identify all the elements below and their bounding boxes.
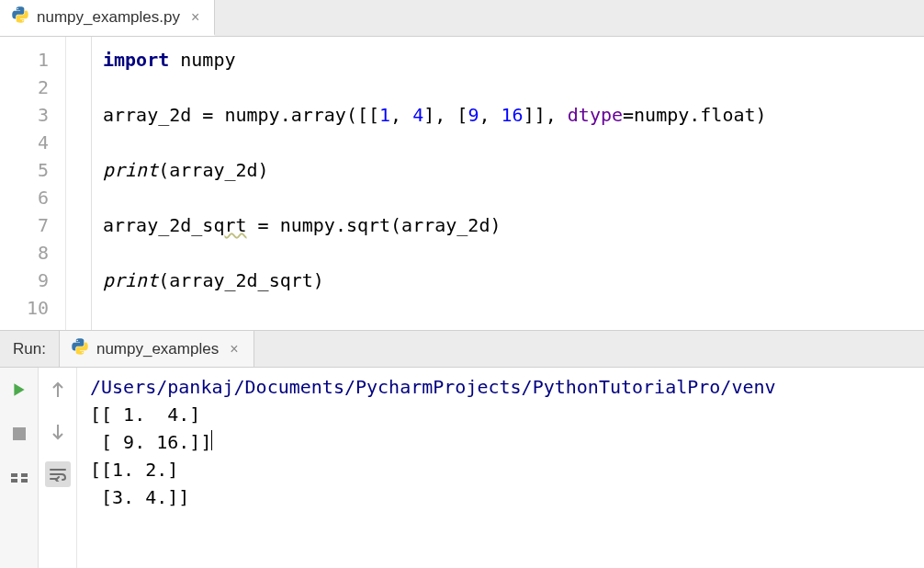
svg-point-3 — [82, 352, 84, 354]
close-run-tab-icon[interactable]: × — [226, 341, 242, 358]
line-number: 1 — [0, 46, 49, 74]
svg-rect-4 — [13, 427, 26, 440]
line-number: 7 — [0, 211, 49, 239]
output-line: [ 9. 16.]] — [90, 431, 211, 453]
code-content[interactable]: import numpy array_2d = numpy.array([[1,… — [92, 37, 924, 330]
output-line: [[ 1. 4.] — [90, 403, 200, 426]
tab-filename: numpy_examples.py — [37, 8, 180, 27]
svg-rect-8 — [21, 479, 28, 483]
layout-button[interactable] — [6, 465, 32, 491]
python-file-icon — [11, 6, 29, 28]
editor-divider — [66, 37, 92, 330]
svg-point-0 — [17, 8, 18, 10]
line-number-gutter: 1 2 3 4 5 6 7 8 9 10 — [0, 37, 66, 330]
soft-wrap-button[interactable] — [45, 461, 71, 487]
output-line: [[1. 2.] — [90, 459, 178, 481]
svg-rect-7 — [21, 473, 28, 477]
close-tab-icon[interactable]: × — [187, 9, 203, 26]
console-nav-toolbar — [39, 368, 77, 568]
down-arrow-icon[interactable] — [45, 419, 71, 445]
run-config-tab[interactable]: numpy_examples × — [59, 331, 254, 367]
editor-tab[interactable]: numpy_examples.py × — [0, 0, 215, 36]
output-line: [3. 4.]] — [90, 486, 189, 508]
python-icon — [71, 337, 89, 360]
line-number: 9 — [0, 267, 49, 294]
rerun-button[interactable] — [6, 377, 32, 403]
line-number: 5 — [0, 156, 49, 184]
run-config-name: numpy_examples — [96, 340, 219, 358]
line-number: 2 — [0, 74, 49, 101]
console-output[interactable]: /Users/pankaj/Documents/PycharmProjects/… — [77, 368, 924, 568]
code-editor: 1 2 3 4 5 6 7 8 9 10 import numpy array_… — [0, 37, 924, 331]
interpreter-path: /Users/pankaj/Documents/PycharmProjects/… — [90, 376, 776, 398]
line-number: 4 — [0, 129, 49, 156]
line-number: 10 — [0, 294, 49, 322]
line-number: 3 — [0, 101, 49, 129]
cursor-icon — [211, 430, 212, 450]
line-number: 8 — [0, 239, 49, 267]
run-toolbar — [0, 368, 39, 568]
svg-rect-6 — [11, 479, 17, 483]
line-number: 6 — [0, 184, 49, 211]
svg-point-1 — [22, 20, 24, 22]
editor-tab-bar: numpy_examples.py × — [0, 0, 924, 37]
stop-button[interactable] — [6, 421, 32, 447]
run-panel: /Users/pankaj/Documents/PycharmProjects/… — [0, 368, 924, 568]
up-arrow-icon[interactable] — [45, 377, 71, 403]
svg-rect-5 — [11, 473, 17, 477]
run-label: Run: — [0, 340, 59, 358]
run-panel-header: Run: numpy_examples × — [0, 331, 924, 368]
svg-point-2 — [76, 340, 78, 342]
